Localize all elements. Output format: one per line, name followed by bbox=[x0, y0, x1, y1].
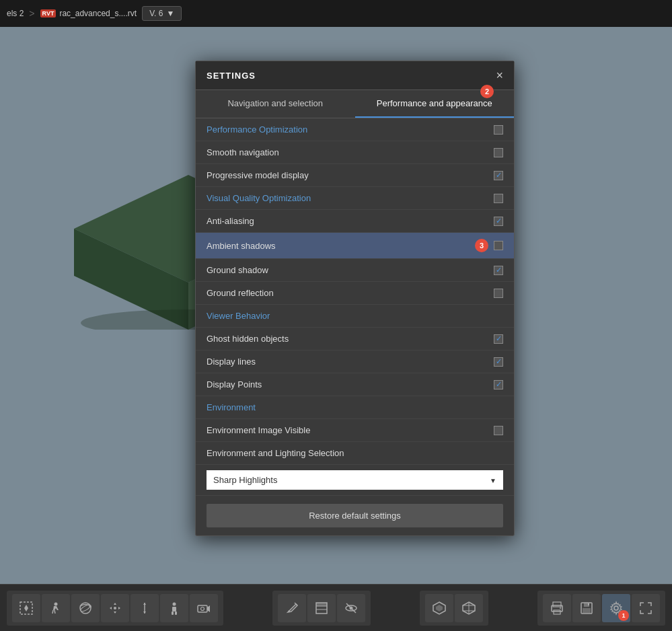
svg-marker-5 bbox=[24, 605, 28, 611]
save-icon bbox=[579, 601, 594, 616]
svg-line-24 bbox=[346, 603, 356, 613]
model-tools-button[interactable] bbox=[455, 594, 483, 622]
label-anti-aliasing: Anti-aliasing bbox=[207, 216, 254, 226]
label-ground-reflection: Ground reflection bbox=[207, 288, 274, 298]
model-tools-icon bbox=[461, 601, 476, 616]
checkbox-performance-section[interactable] bbox=[494, 125, 503, 135]
rvt-badge: RVT bbox=[40, 9, 57, 17]
lighting-select[interactable]: Sharp Highlights Soft Highlights No High… bbox=[207, 470, 503, 490]
svg-point-11 bbox=[173, 602, 176, 605]
modal-title: SETTINGS bbox=[207, 71, 256, 81]
svg-rect-12 bbox=[172, 607, 176, 611]
pan-button[interactable] bbox=[101, 594, 129, 622]
camera-icon bbox=[196, 601, 211, 616]
zoom-button[interactable] bbox=[130, 594, 159, 622]
visibility-button[interactable] bbox=[337, 594, 365, 622]
orbit-icon bbox=[78, 601, 93, 616]
markup-icon bbox=[285, 601, 299, 616]
svg-rect-33 bbox=[554, 610, 560, 614]
checkbox-progressive-display[interactable] bbox=[494, 171, 503, 180]
sections-icon bbox=[314, 601, 329, 616]
save-button[interactable] bbox=[572, 594, 601, 622]
checkbox-ambient-shadows[interactable] bbox=[494, 241, 503, 250]
svg-marker-26 bbox=[436, 605, 443, 611]
settings-button[interactable]: 1 bbox=[602, 594, 630, 622]
section-label-performance: Performance Optimization bbox=[207, 124, 307, 135]
section-visual-quality: Visual Quality Optimization bbox=[196, 187, 514, 210]
region-select-button[interactable] bbox=[12, 594, 40, 622]
file-info: RVT rac_advanced_s....rvt bbox=[40, 9, 137, 18]
row-ambient-shadows: Ambient shadows 3 bbox=[196, 233, 514, 259]
sections-button[interactable] bbox=[307, 594, 336, 622]
close-button[interactable]: × bbox=[496, 69, 503, 81]
person-icon bbox=[167, 601, 182, 616]
checkbox-ground-shadow[interactable] bbox=[494, 266, 503, 275]
svg-point-10 bbox=[114, 607, 116, 609]
visibility-icon bbox=[344, 601, 359, 616]
restore-defaults-button[interactable]: Restore default settings bbox=[207, 504, 503, 527]
label-progressive-display: Progressive model display bbox=[207, 170, 309, 180]
camera-button[interactable] bbox=[190, 594, 218, 622]
ambient-shadows-right: 3 bbox=[475, 239, 503, 252]
row-env-lighting: Environment and Lighting Selection bbox=[196, 442, 514, 465]
print-button[interactable] bbox=[543, 594, 571, 622]
checkbox-anti-aliasing[interactable] bbox=[494, 217, 503, 226]
modal-overlay: SETTINGS × Navigation and selection Perf… bbox=[0, 27, 672, 604]
checkbox-visual-quality-section[interactable] bbox=[494, 194, 503, 203]
checkbox-smooth-navigation[interactable] bbox=[494, 148, 503, 157]
settings-content: Performance Optimization Smooth navigati… bbox=[196, 118, 514, 535]
bottom-toolbar: 1 bbox=[0, 584, 672, 631]
person-button[interactable] bbox=[160, 594, 188, 622]
svg-rect-31 bbox=[553, 602, 561, 607]
fullscreen-icon bbox=[638, 601, 653, 616]
walk-button[interactable] bbox=[42, 594, 70, 622]
markup-button[interactable] bbox=[278, 594, 306, 622]
section-label-visual-quality: Visual Quality Optimization bbox=[207, 193, 311, 203]
section-label-environment: Environment bbox=[207, 402, 256, 412]
checkbox-display-lines[interactable] bbox=[494, 357, 503, 367]
toolbar-group-model bbox=[420, 591, 488, 626]
fullscreen-button[interactable] bbox=[632, 594, 660, 622]
orbit-button[interactable] bbox=[71, 594, 100, 622]
svg-rect-37 bbox=[583, 608, 591, 613]
tab-performance[interactable]: Performance and appearance 2 bbox=[355, 90, 515, 118]
checkbox-ghost-hidden[interactable] bbox=[494, 334, 503, 344]
section-environment: Environment bbox=[196, 396, 514, 419]
row-smooth-navigation: Smooth navigation bbox=[196, 141, 514, 164]
checkbox-env-image-visible[interactable] bbox=[494, 426, 503, 435]
dropdown-row: Sharp Highlights Soft Highlights No High… bbox=[196, 465, 514, 496]
row-anti-aliasing: Anti-aliasing bbox=[196, 210, 514, 233]
tabs-container: Navigation and selection Performance and… bbox=[196, 90, 514, 118]
app-name: els 2 bbox=[7, 9, 24, 18]
svg-point-17 bbox=[201, 607, 204, 610]
restore-row: Restore default settings bbox=[196, 496, 514, 535]
label-display-points: Display Points bbox=[207, 379, 262, 389]
label-ground-shadow: Ground shadow bbox=[207, 265, 268, 275]
walk-icon bbox=[48, 601, 63, 616]
svg-rect-38 bbox=[588, 603, 589, 605]
svg-rect-19 bbox=[316, 603, 327, 606]
top-bar: els 2 > RVT rac_advanced_s....rvt V. 6 ▼ bbox=[0, 0, 672, 27]
row-progressive-display: Progressive model display bbox=[196, 164, 514, 187]
svg-rect-15 bbox=[198, 605, 207, 612]
checkbox-ground-reflection[interactable] bbox=[494, 289, 503, 298]
model-browser-button[interactable] bbox=[425, 594, 453, 622]
label-env-image-visible: Environment Image Visible bbox=[207, 425, 310, 435]
label-smooth-navigation: Smooth navigation bbox=[207, 147, 279, 157]
file-name: rac_advanced_s....rvt bbox=[59, 9, 137, 18]
row-ground-reflection: Ground reflection bbox=[196, 282, 514, 305]
checkbox-display-points[interactable] bbox=[494, 380, 503, 389]
section-performance: Performance Optimization bbox=[196, 118, 514, 141]
dropdown-wrapper: Sharp Highlights Soft Highlights No High… bbox=[207, 470, 503, 490]
tab-navigation[interactable]: Navigation and selection bbox=[196, 90, 355, 118]
ambient-shadows-badge: 3 bbox=[475, 239, 488, 252]
version-button[interactable]: V. 6 ▼ bbox=[142, 6, 182, 21]
label-display-lines: Display lines bbox=[207, 357, 256, 367]
modal-header: SETTINGS × bbox=[196, 61, 514, 90]
svg-rect-14 bbox=[175, 611, 177, 615]
settings-badge: 1 bbox=[618, 610, 629, 621]
svg-point-39 bbox=[614, 606, 618, 610]
toolbar-group-tools bbox=[272, 591, 371, 626]
label-ghost-hidden: Ghost hidden objects bbox=[207, 334, 289, 344]
row-env-image-visible: Environment Image Visible bbox=[196, 419, 514, 442]
